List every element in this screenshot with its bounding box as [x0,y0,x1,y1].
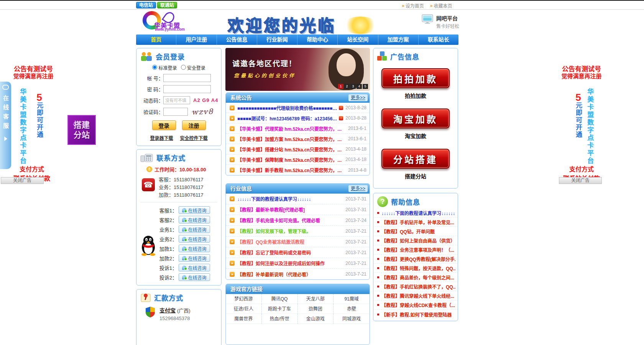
game-link[interactable]: 天龙八部 [298,294,334,304]
game-link[interactable]: 劲舞团 [298,304,334,314]
help-item[interactable]: 【教程】腾讯穿越火线下单火线经... [373,291,458,301]
nav-help-center[interactable]: 帮助中心 [297,34,338,45]
phone-line: 加款：15118076117 [159,191,204,199]
industry-item[interactable]: 【教程】最新补单教程[代理必看]2013-7-31 [226,204,370,215]
announcement-item[interactable]: 【华美卡盟】保障制度 hm.52ka.cn只要您努力，没有...2013-4-1… [226,154,370,165]
game-link[interactable]: 腾讯QQ [262,294,298,304]
help-item[interactable]: 【新手】教程.如何下载使用登陆器 [373,310,458,319]
captcha-image[interactable]: wzv8 [192,107,214,116]
game-link[interactable]: 征途/巨人 [226,304,262,314]
help-item[interactable]: 【教程】如何上架自由商品（供货） [373,236,458,245]
password-input[interactable] [163,85,211,93]
nav-webmaster-space[interactable]: 站长空间 [338,34,378,45]
login-button[interactable]: 登录 [152,120,176,130]
nav-register[interactable]: 用户注册 [176,34,217,45]
paipai-topup-button[interactable]: 拍拍加款 [381,68,450,88]
substation-ad-banner[interactable]: 搭建分站 [67,115,96,145]
alipay-icon [145,306,156,318]
online-consult-button[interactable]: 在线咨询 [179,235,210,243]
qq-bubble-icon [182,218,186,222]
pager-dot[interactable]: 1 [338,84,343,89]
remit-box: 汇款方式 支付宝(广西) 15296845378 [136,289,222,345]
announcement-item[interactable]: ■■■■■■■■■■■■■■代理级别收费价格■■■■■■■■■■■■■...20… [226,103,370,113]
industry-item[interactable]: 【教程】如何注册以及注册完成后如何操作2013-7-21 [226,258,370,269]
topbar-links: 设为首页 收藏本页 [402,2,452,9]
taobao-topup-button[interactable]: 淘宝加款 [381,108,450,128]
netbar-platform[interactable]: 网吧平台 售卡好轻松 [422,14,459,29]
help-item[interactable]: 【教程】特殊问题，按天退款，QQ... [373,264,458,273]
game-link[interactable]: 魔兽世界 [226,314,262,324]
arrow-bullet-icon [230,218,235,223]
nav-home[interactable]: 首页 [136,34,176,45]
nav-join-plan[interactable]: 加盟方案 [378,34,419,45]
add-favorite-link[interactable]: 收藏本页 [430,2,452,9]
set-home-link[interactable]: 设为首页 [402,2,424,9]
online-consult-button[interactable]: 在线咨询 [179,206,210,214]
nav-announcements[interactable]: 公告信息 [217,34,257,45]
square-bullet-icon [377,276,379,278]
nav-contact-webmaster[interactable]: 联系站长 [419,34,458,45]
substation-build-button[interactable]: 分站搭建 [381,149,450,169]
close-ad-button[interactable]: 关闭广告 [559,177,602,184]
login-title: 会员登录 [156,51,185,61]
pager-dot[interactable]: 4 [356,84,362,89]
announcement-item[interactable]: 【华美卡盟】加盟方案 hm.52ka.cn只要您努力，没有...2013-6-1 [226,134,370,144]
online-consult-button[interactable]: 在线咨询 [179,273,210,281]
industry-item[interactable]: 【教程】QQ业务被冻结激活教程2013-7-21 [226,237,370,247]
pager-dot[interactable]: 5 [363,84,368,89]
agent-recruit-banner[interactable]: 诚邀各地区代理！ 您最贴心的创业伙伴 1 2 3 4 5 [225,48,370,91]
nav-industry-news[interactable]: 行业新闻 [257,34,297,45]
online-consult-button[interactable]: 在线咨询 [179,245,210,252]
game-link[interactable]: 91魔域 [334,294,370,304]
dyncode-input[interactable] [163,96,190,104]
monitor-icon [422,14,433,24]
loader-download-link[interactable]: 登录器下载 [150,135,173,141]
register-button[interactable]: 注册 [182,120,206,130]
account-input[interactable] [163,74,211,82]
alipay-region: (广西) [177,308,191,314]
industry-item[interactable]: 【教程】补单最新说明（代理必看）2013-7-21 [226,269,370,279]
help-item[interactable]: 【教程】业务注意事项及声明！（... [373,245,458,255]
game-link[interactable]: 同城游戏 [334,314,370,324]
announcement-item[interactable]: 【华美卡盟】代理奖励 hm.52ka.cn只要您努力，没有...2013-6-1 [226,123,370,134]
game-link[interactable]: 金山游戏 [298,314,334,324]
help-item[interactable]: 【教程】穿越火线CDK查卡教程（... [373,301,458,310]
telecom-site-button[interactable]: 电信站 [136,2,156,8]
industry-item[interactable]: ↓↓↓↓↓↓下面的教程请认真学习↓↓↓↓↓↓2013-7-31 [226,194,370,204]
help-item[interactable]: 【教程】手机钻开单，补单及常见... [373,218,458,227]
game-link[interactable]: 梦幻西游 [226,294,262,304]
game-link[interactable]: 赤壁 [334,304,370,314]
game-link[interactable]: 跑跑卡丁车 [262,304,298,314]
online-consult-button[interactable]: 在线咨询 [179,254,210,262]
pager-dot[interactable]: 2 [344,84,350,89]
game-link[interactable]: 热血/传世 [262,314,298,324]
standard-login-radio[interactable]: 标准登录 [152,64,177,71]
unicom-site-button[interactable]: 联通站 [157,2,177,8]
help-item[interactable]: ↓↓↓↓↓↓下面的教程请认真学习↓↓↓↓↓↓ [373,209,458,218]
announce-more-link[interactable]: 更多>> [348,94,368,101]
announcement-item[interactable]: 【华美卡盟】新手教程 hm.52ka.cn只要您努力，没有...2013-4-8 [226,165,370,175]
industry-item[interactable]: 【教程】手机充值卡如可充值。代理必看2013-7-24 [226,215,370,226]
industry-more-link[interactable]: 更多>> [348,185,368,192]
captcha-input[interactable] [163,108,188,116]
industry-title: 行业信息 [226,186,252,192]
safe-login-radio[interactable]: 安全登录 [181,64,205,71]
online-consult-button[interactable]: 在线咨询 [179,264,210,271]
qq-bubble-icon [182,208,186,212]
square-bullet-icon [377,212,379,214]
online-consult-button[interactable]: 在线咨询 [179,225,210,233]
help-item[interactable]: 【教程】更换QQ秀教程(解决部分手... [373,255,458,264]
industry-item[interactable]: 【教程】忘记了登陆密码或交易密码2013-7-21 [226,247,370,258]
online-consult-button[interactable]: 在线咨询 [179,216,210,223]
security-control-download-link[interactable]: 安全控件下载 [180,135,208,141]
announcement-item[interactable]: 【华美卡盟】搭建分站 hm.52ka.cn只要您努力，没有...2013-4-1… [226,144,370,154]
pager-dot[interactable]: 3 [350,84,356,89]
help-item[interactable]: 【教程】QQ钻，开单问题 [373,227,458,236]
help-item[interactable]: 【教程】商品差价，每个级别之间... [373,273,458,282]
announcement-item[interactable]: ■■■■■测试号：hm123456789 密码：a123456■■■■■2013… [226,113,370,123]
close-ad-button[interactable]: 关闭广告 [1,177,44,184]
help-item[interactable]: 【教程】手机红钻换装换不了，QQ... [373,282,458,291]
industry-item[interactable]: 【教程】如何发展下级，管理下级。2013-7-21 [226,226,370,237]
banner-pager: 1 2 3 4 5 [338,84,368,89]
online-service-tab[interactable]: 在线客服 [0,82,11,169]
